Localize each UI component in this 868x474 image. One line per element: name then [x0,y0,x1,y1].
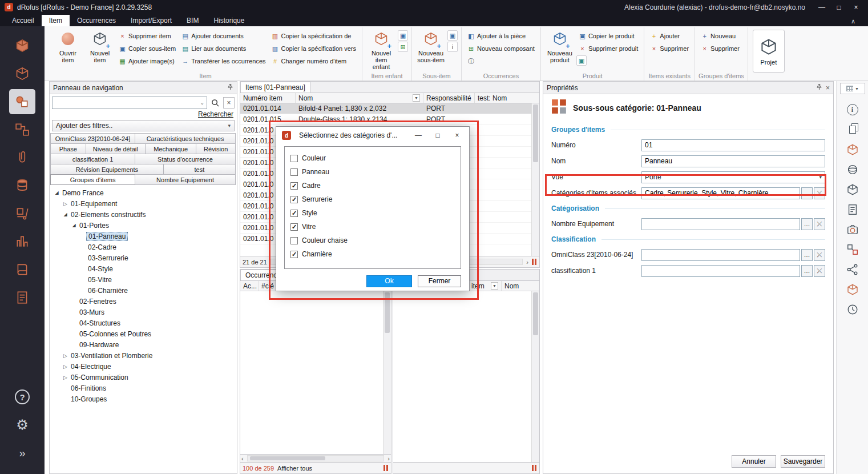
filter-test[interactable]: test [163,164,236,175]
collapse-sidebar-icon[interactable]: » [9,440,35,465]
tree-item-panneau[interactable]: 01-Panneau [50,231,237,242]
tab-historique[interactable]: Historique [206,15,252,26]
tree-item-cadre[interactable]: 02-Cadre [50,242,237,252]
tree-item-ventilation-plomberie[interactable]: 03-Ventilation et Plomberie [50,350,237,361]
ouvrir-item-button[interactable]: Ouvrir item [53,29,83,69]
category-option-vitre[interactable]: Vitre [290,220,455,234]
ajouter-item-existant-button[interactable]: +Ajouter [648,30,691,42]
ajouter-images-button[interactable]: ▦Ajouter image(s) [116,55,178,67]
filter-caracteristiques[interactable]: Caractéristiques techniques [135,133,236,144]
tab-accueil[interactable]: Accueil [5,15,42,26]
pin-icon[interactable] [816,84,822,92]
filter-nombre-equipement[interactable]: Nombre Equipement [135,174,236,185]
rechercher-link[interactable]: Rechercher [198,110,233,118]
column-nom[interactable]: Nom▼ [296,93,423,103]
filter-phase[interactable]: Phase [50,143,86,154]
column-chooser-icon[interactable] [532,259,534,265]
tree-item-serrurerie[interactable]: 03-Serrurerie [50,252,237,263]
package-tool-icon[interactable] [844,281,861,298]
sidebar-attachments-icon[interactable] [9,145,35,170]
clear-nombre-button[interactable]: ⤬ [814,218,825,230]
sidebar-reports-icon[interactable] [9,229,35,254]
tree-item-style[interactable]: 04-Style [50,263,237,274]
ajouter-a-la-piece-button[interactable]: ◧Ajouter à la pièce [465,30,537,42]
tree-item-communication[interactable]: 05-Communication [50,372,237,383]
scroll-right-icon[interactable]: › [526,259,528,266]
changer-numero-item-button[interactable]: #Changer numéro d'item [269,55,358,67]
column-actions[interactable]: Ac... [240,281,259,291]
category-option-serrurerie[interactable]: Serrurerie [290,192,455,206]
column-numero-item[interactable]: Numéro item [240,93,296,103]
category-option-cadre[interactable]: Cadre [290,179,455,192]
filter-revision-equipements[interactable]: Révision Equipements [50,164,164,175]
nombre-equipement-input[interactable] [641,218,800,230]
category-option-charniere[interactable]: Charnière [290,247,455,261]
tree-item-equipement[interactable]: 01-Equipement [50,198,237,209]
checkbox[interactable] [290,223,298,231]
supprimer-item-button[interactable]: ×Supprimer item [116,30,178,42]
copier-specification-de-button[interactable]: ▥Copier la spécification de [269,30,358,42]
scroll-left-icon[interactable]: ‹ [241,455,244,462]
occurrence-info-button[interactable]: ⓘ [465,55,537,67]
tree-item-fenetres[interactable]: 02-Fenetres [50,296,237,307]
checkbox[interactable] [290,251,298,258]
detail-vertical-scrollbar[interactable] [531,291,539,462]
tab-import-export[interactable]: Import/Export [123,15,179,26]
supprimer-groupe-button[interactable]: ×Supprimer [699,43,742,54]
checkbox[interactable] [290,237,298,244]
layout-grid-button[interactable]: ▾ [840,83,865,94]
filter-funnel-icon[interactable]: ▼ [491,282,498,290]
info-tool-icon[interactable]: i [844,101,861,118]
browse-nombre-button[interactable]: … [801,218,813,230]
column-test-nom[interactable]: test: Nom [475,93,539,103]
history-clock-tool-icon[interactable] [844,301,861,318]
tree-item-structures[interactable]: 04-Structures [50,318,237,328]
nouvel-item-button[interactable]: + Nouvel item [84,29,115,69]
category-option-panneau[interactable]: Panneau [290,165,455,179]
nouveau-groupe-button[interactable]: +Nouveau [699,30,742,42]
tree-item-portes[interactable]: 01-Portes [50,220,237,231]
navigation-search-input[interactable] [53,98,197,108]
help-icon[interactable]: ? [9,384,35,409]
sauvegarder-button[interactable]: Sauvegarder [781,455,825,468]
copy-sub-icon-button[interactable]: ▣ [447,30,458,41]
tree-expander-icon[interactable] [53,190,60,195]
tree-item-electrique[interactable]: 04-Electrique [50,361,237,372]
dialog-close-button[interactable]: × [447,128,467,143]
filter-omniclass[interactable]: OmniClass 23[2010-06-24] [50,133,135,144]
nouvel-item-enfant-button[interactable]: + Nouvel item enfant [366,29,397,72]
scroll-right-icon[interactable]: › [387,455,390,462]
camera-tool-icon[interactable] [844,221,861,238]
rotate-3d-tool-icon[interactable] [844,161,861,178]
items-tab[interactable]: Items [01-Panneau] [240,82,310,93]
fermer-button[interactable]: Fermer [418,275,461,287]
tree-expander-icon[interactable] [70,223,78,228]
filter-funnel-icon[interactable]: ▼ [413,94,420,102]
linked-nodes-tool-icon[interactable] [844,261,861,278]
column-detail-nom[interactable]: Nom [502,281,539,291]
minimize-button[interactable]: — [813,1,830,14]
sidebar-catalog-icon[interactable] [9,257,35,282]
tree-item-groupes[interactable]: 10-Groupes [50,393,237,404]
filter-groupes-items[interactable]: Groupes d'items [50,174,135,185]
dialog-maximize-button[interactable]: □ [428,128,447,143]
sidebar-linked-items-icon[interactable] [9,117,35,142]
checkbox[interactable] [290,168,298,176]
tab-occurrences[interactable]: Occurrences [70,15,123,26]
category-option-style[interactable]: Style [290,206,455,220]
filter-niveau-detail[interactable]: Niveau de détail [86,143,146,154]
copy-properties-tool-icon[interactable] [844,121,861,138]
pin-icon[interactable] [227,84,233,92]
tree-item-vitre[interactable]: 05-Vitre [50,274,237,285]
item-row[interactable]: 0201.01.014Bifold-4 Panel: 1,830 x 2,032… [240,103,539,114]
filter-mechanique[interactable]: Mechanique [145,143,196,154]
dialog-minimize-button[interactable]: — [409,128,428,143]
search-history-caret-icon[interactable]: ⌄ [197,100,207,106]
nouveau-composant-button[interactable]: ⊞Nouveau composant [465,43,537,54]
tree-item-finitions[interactable]: 06-Finitions [50,383,237,393]
checkbox[interactable] [290,155,298,162]
tab-bim[interactable]: BIM [179,15,206,26]
info-sub-icon-button[interactable]: i [447,42,458,52]
copier-sous-item-button[interactable]: ▣Copier sous-item [116,43,178,54]
browse-omniclass-button[interactable]: … [801,249,813,261]
